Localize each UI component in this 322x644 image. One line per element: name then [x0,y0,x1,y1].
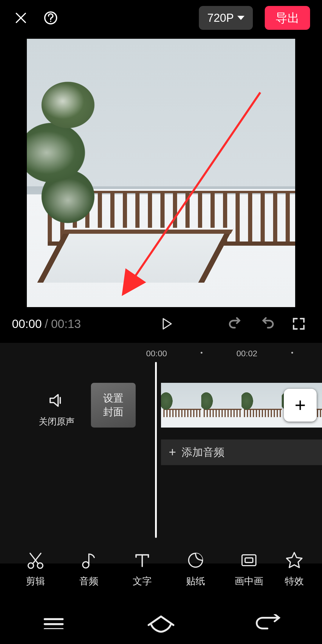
timeline-section: 00:00 00:02 关闭原声 设置 封面 [0,343,322,564]
clip-thumbnail[interactable] [161,383,201,428]
ruler-dot [201,352,202,354]
tool-label: 贴纸 [186,575,205,588]
chevron-down-icon [237,16,244,20]
ruler-dot [291,352,293,354]
svg-point-3 [50,21,51,22]
resolution-label: 720P [207,12,234,24]
clip-thumbnail[interactable] [242,383,282,428]
ruler-tick: 00:00 [146,349,167,358]
duration: 00:13 [51,317,81,331]
tool-text[interactable]: 文字 [116,551,169,588]
video-preview-area [0,36,322,307]
playhead[interactable] [155,362,157,538]
set-cover-button[interactable]: 设置 封面 [91,383,136,428]
add-audio-label: 添加音频 [182,445,225,460]
mute-label: 关闭原声 [33,416,80,428]
video-preview[interactable] [27,39,295,307]
ruler-tick: 00:02 [236,349,257,358]
tool-label: 剪辑 [26,575,45,588]
tool-effect[interactable]: 特效 [276,551,313,588]
resolution-select[interactable]: 720P [199,6,253,30]
tool-edit[interactable]: 剪辑 [9,551,62,588]
export-button[interactable]: 导出 [265,6,310,30]
close-icon[interactable] [12,9,30,27]
add-clip-button[interactable]: + [284,389,317,422]
top-bar: 720P 导出 [0,0,322,36]
music-note-icon [80,551,98,569]
undo-icon[interactable] [224,315,247,333]
fullscreen-icon[interactable] [287,315,310,333]
bottom-toolbar: 剪辑 音频 文字 贴纸 [0,540,322,599]
sticker-icon [186,551,205,569]
nav-back-icon[interactable] [247,611,289,635]
add-audio-button[interactable]: + 添加音频 [161,439,322,465]
nav-recents-icon[interactable] [33,611,75,635]
scissors-icon [26,551,45,569]
play-icon[interactable] [155,315,178,333]
help-icon[interactable] [42,9,60,27]
tool-pip[interactable]: 画中画 [222,551,276,588]
system-nav-bar [0,602,322,644]
mute-original-sound-button[interactable]: 关闭原声 [33,392,80,428]
clip-thumbnail[interactable] [201,383,242,428]
tool-label: 特效 [285,575,304,588]
tool-audio[interactable]: 音频 [62,551,116,588]
nav-home-icon[interactable] [140,611,182,635]
playback-controls: 00:00 / 00:13 [0,307,322,343]
text-icon [133,551,151,569]
speaker-icon [48,392,65,409]
tool-label: 文字 [133,575,152,588]
export-label: 导出 [275,10,299,26]
svg-rect-18 [245,558,253,563]
pip-icon [240,551,258,569]
svg-marker-4 [163,319,171,329]
star-icon [285,551,304,569]
plus-icon: + [169,445,176,459]
svg-point-11 [83,562,89,568]
set-cover-label: 设置 封面 [103,391,123,419]
timeline-body: 关闭原声 设置 封面 + [0,365,322,538]
redo-icon[interactable] [256,315,278,333]
plus-icon: + [295,394,306,416]
tool-label: 画中画 [235,575,263,588]
time-separator: / [45,317,48,331]
svg-rect-17 [242,555,256,566]
tool-label: 音频 [79,575,98,588]
timeline-ruler[interactable]: 00:00 00:02 [0,349,322,362]
current-time: 00:00 [12,317,42,331]
tool-sticker[interactable]: 贴纸 [169,551,222,588]
